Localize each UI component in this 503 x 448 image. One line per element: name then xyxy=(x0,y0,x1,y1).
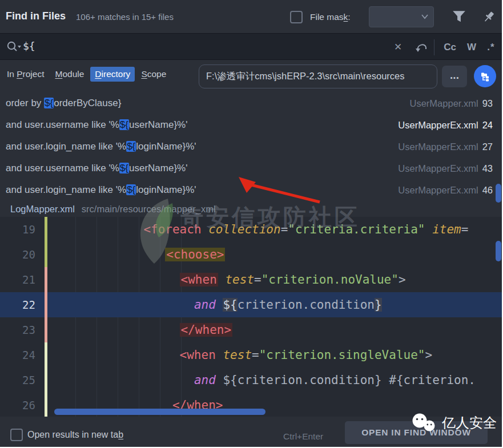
regex-toggle[interactable]: .* xyxy=(482,34,500,60)
scope-tab-scope[interactable]: Scope xyxy=(136,67,171,82)
result-row[interactable]: and user.username like '%${userName}%'Us… xyxy=(0,114,502,136)
result-row[interactable]: and user.login_name like '%${loginName}%… xyxy=(0,136,502,158)
filter-icon[interactable] xyxy=(452,10,466,23)
code-segment xyxy=(50,248,165,261)
code-segment: = xyxy=(252,348,259,362)
editor-vscrollbar[interactable] xyxy=(496,241,501,261)
find-in-files-dialog: Find in Files 106+ matches in 15+ files … xyxy=(0,0,502,447)
code-segment: > xyxy=(399,273,406,286)
editor-line-24[interactable]: 24 <when test="criterion.singleValue"> xyxy=(0,342,502,368)
code-text: </when> xyxy=(50,323,502,337)
code-text: <foreach collection="criteria.criteria" … xyxy=(50,223,502,236)
code-segment xyxy=(50,223,143,236)
line-number: 26 xyxy=(0,399,45,411)
vcs-change-marker xyxy=(45,242,47,267)
editor-line-19[interactable]: 19 <foreach collection="criteria.criteri… xyxy=(0,217,502,242)
code-segment: = xyxy=(281,223,288,236)
vcs-change-marker xyxy=(45,393,47,417)
scope-structure-button[interactable] xyxy=(474,65,496,87)
editor-line-20[interactable]: 20 <choose> xyxy=(0,242,502,267)
result-row[interactable]: and user.username like '%${userName}%'Us… xyxy=(0,158,502,179)
code-text: <when test="criterion.noValue"> xyxy=(50,273,502,286)
vcs-change-marker xyxy=(45,217,47,242)
mnemonic-letter: S xyxy=(141,69,147,79)
file-mask-checkbox[interactable] xyxy=(290,11,303,23)
group-file-path: src/main/resources/mapper_xml xyxy=(82,204,216,215)
match-case-toggle[interactable]: Cc xyxy=(440,34,460,60)
search-icon[interactable] xyxy=(6,40,23,54)
code-segment: ${ xyxy=(223,298,237,312)
result-row[interactable]: order by ${orderByClause}UserMapper.xml9… xyxy=(0,92,502,114)
group-file-name: LogMapper.xml xyxy=(10,204,75,215)
dialog-footer: Open results in new tab Ctrl+Enter OPEN … xyxy=(0,417,502,447)
vcs-change-marker xyxy=(45,368,47,393)
code-segment: test xyxy=(223,348,252,362)
scope-tab-directory[interactable]: Directory xyxy=(90,67,135,82)
vcs-change-marker xyxy=(45,342,47,368)
code-segment: "criterion.singleValue" xyxy=(259,348,425,362)
editor-line-21[interactable]: 21 <when test="criterion.noValue"> xyxy=(0,267,502,292)
dialog-header: Find in Files 106+ matches in 15+ files … xyxy=(0,0,502,33)
code-segment: ${criterion.condition} xyxy=(223,373,381,387)
clear-icon[interactable]: ✕ xyxy=(389,34,407,60)
code-text: and ${criterion.condition} xyxy=(50,298,502,312)
words-toggle[interactable]: W xyxy=(462,34,481,60)
code-segment: #{criterion. xyxy=(389,373,476,387)
directory-path-field[interactable]: F:\渗透审计cms\jshERP-2.3\src\main\resources xyxy=(199,64,437,88)
vcs-change-marker xyxy=(45,292,47,317)
browse-button[interactable]: ... xyxy=(442,66,467,87)
search-input[interactable]: ${ xyxy=(23,40,35,52)
open-results-checkbox[interactable] xyxy=(10,429,23,441)
code-segment: <foreach xyxy=(143,223,201,236)
result-text: and user.login_name like '%${loginName}%… xyxy=(6,184,398,196)
result-file-name: UserMapperEx.xml xyxy=(398,163,478,174)
mnemonic-letter: k xyxy=(344,12,348,22)
code-segment: criterion.condition xyxy=(238,298,375,312)
editor-line-23[interactable]: 23 </when> xyxy=(0,317,502,342)
match-count: 106+ matches in 15+ files xyxy=(76,12,174,22)
code-segment xyxy=(216,348,223,362)
file-mask-select[interactable] xyxy=(369,6,434,27)
line-number: 22 xyxy=(0,298,45,311)
scope-tab-module[interactable]: Module xyxy=(50,67,88,82)
code-segment xyxy=(218,273,226,286)
results-scrollbar[interactable] xyxy=(496,184,501,203)
mnemonic-letter: P xyxy=(17,69,22,79)
code-segment: > xyxy=(425,348,432,362)
file-group-header[interactable]: LogMapper.xml src/main/resources/mapper_… xyxy=(0,201,502,217)
editor-hscrollbar[interactable] xyxy=(54,409,265,415)
code-segment: = xyxy=(254,273,261,286)
code-preview: 19 <foreach collection="criteria.criteri… xyxy=(0,217,502,417)
code-text: <when test="criterion.singleValue"> xyxy=(50,348,502,362)
code-segment xyxy=(50,323,180,337)
search-match-highlight: ${ xyxy=(126,184,136,195)
pin-icon[interactable] xyxy=(481,10,496,25)
newline-arrow-icon[interactable] xyxy=(412,34,430,60)
result-text: order by ${orderByClause} xyxy=(6,98,410,109)
line-number: 24 xyxy=(0,349,45,361)
line-number: 20 xyxy=(0,248,45,261)
editor-line-25[interactable]: 25 and ${criterion.condition} #{criterio… xyxy=(0,368,502,393)
result-line-number: 46 xyxy=(482,185,493,196)
chevron-down-icon xyxy=(421,14,429,19)
editor-lines: 19 <foreach collection="criteria.criteri… xyxy=(0,217,502,417)
code-segment: and xyxy=(194,298,216,312)
code-segment: <choose> xyxy=(165,248,225,261)
code-segment xyxy=(382,373,389,387)
result-file-name: UserMapperEx.xml xyxy=(398,142,478,152)
code-segment xyxy=(425,223,433,236)
code-segment xyxy=(202,223,209,236)
search-bar: ${ ✕ Cc W .* xyxy=(0,33,502,60)
code-segment: test xyxy=(225,273,254,286)
results-list: order by ${orderByClause}UserMapper.xml9… xyxy=(0,92,502,201)
result-line-number: 93 xyxy=(482,98,493,109)
search-match-highlight: ${ xyxy=(119,119,129,130)
scope-tabs: In ProjectModuleDirectoryScope xyxy=(2,67,172,82)
editor-line-22[interactable]: 22 and ${criterion.condition} xyxy=(0,292,502,317)
code-segment: <when xyxy=(180,348,216,362)
result-row[interactable]: and user.login_name like '%${loginName}%… xyxy=(0,179,502,201)
code-segment xyxy=(50,273,180,286)
scope-tab-in-project[interactable]: In Project xyxy=(2,67,49,82)
open-in-find-window-button[interactable]: OPEN IN FIND WINDOW xyxy=(345,421,488,444)
shortcut-hint: Ctrl+Enter xyxy=(283,431,323,442)
